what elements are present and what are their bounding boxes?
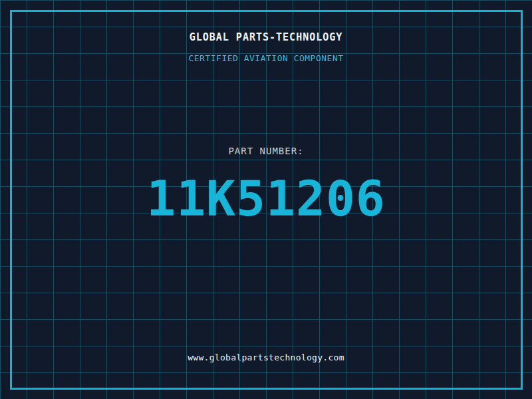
part-label-card: GLOBAL PARTS-TECHNOLOGY CERTIFIED AVIATI… [0, 0, 532, 399]
certification-subtitle: CERTIFIED AVIATION COMPONENT [0, 54, 532, 63]
part-number-value: 11K51206 [0, 174, 532, 224]
website-url: www.globalpartstechnology.com [0, 353, 532, 362]
part-number-label: PART NUMBER: [0, 146, 532, 156]
company-title: GLOBAL PARTS-TECHNOLOGY [0, 33, 532, 43]
